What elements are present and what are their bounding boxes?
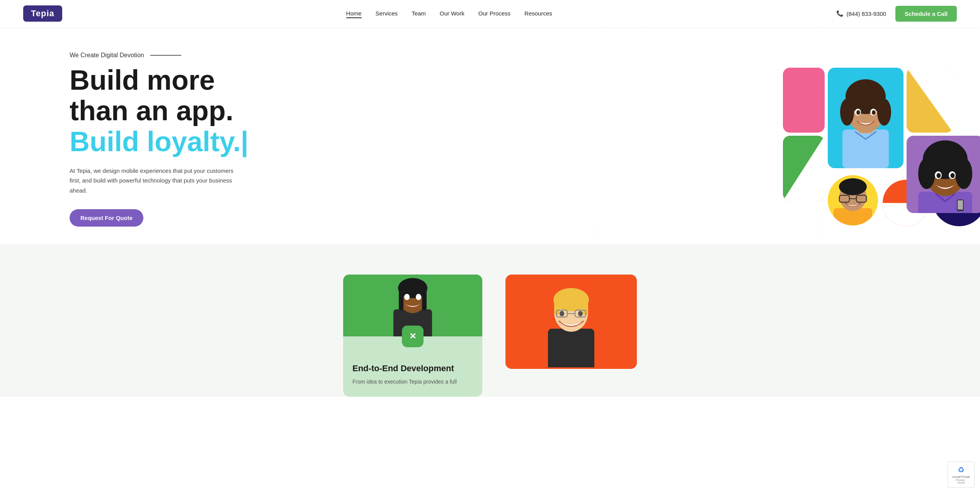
hero-title-line2: than an app. bbox=[70, 96, 248, 126]
svg-rect-35 bbox=[422, 289, 427, 310]
schedule-call-button[interactable]: Schedule a Call bbox=[895, 6, 957, 22]
svg-rect-39 bbox=[548, 329, 594, 367]
nav-links: Home Services Team Our Work Our Process … bbox=[346, 10, 552, 17]
collage-pink-block bbox=[783, 68, 825, 133]
hero-description: At Tepia, we design mobile experiences t… bbox=[70, 166, 240, 196]
woman-photo-svg bbox=[828, 68, 903, 168]
nav-link-home[interactable]: Home bbox=[346, 10, 362, 18]
orange-card bbox=[505, 275, 637, 369]
nav-item-ourwork[interactable]: Our Work bbox=[440, 10, 464, 17]
hero-collage bbox=[783, 68, 957, 211]
svg-point-8 bbox=[856, 110, 860, 115]
hero-section: We Create Digital Devotion Build more th… bbox=[0, 27, 980, 244]
svg-point-9 bbox=[872, 110, 876, 115]
phone-number: (844) 833-9300 bbox=[847, 10, 886, 17]
orange-card-person-svg bbox=[505, 275, 637, 367]
svg-point-48 bbox=[560, 311, 564, 316]
svg-point-4 bbox=[840, 99, 854, 126]
svg-point-49 bbox=[578, 311, 583, 316]
nav-item-team[interactable]: Team bbox=[412, 10, 426, 17]
svg-point-26 bbox=[951, 173, 955, 178]
nav-item-services[interactable]: Services bbox=[376, 10, 398, 17]
nav-item-ourprocess[interactable]: Our Process bbox=[478, 10, 510, 17]
nav-link-resources[interactable]: Resources bbox=[524, 10, 552, 17]
svg-point-21 bbox=[918, 158, 935, 189]
navbar: Tepia Home Services Team Our Work Our Pr… bbox=[0, 0, 980, 27]
yellow-triangle-cut bbox=[907, 68, 953, 133]
svg-rect-0 bbox=[842, 130, 889, 168]
collage-cyan-photo bbox=[828, 68, 903, 168]
collage-grid bbox=[783, 68, 957, 211]
green-card-content: ✕ End-to-End Development From idea to ex… bbox=[343, 336, 482, 397]
green-triangle-cut bbox=[783, 136, 825, 201]
svg-point-22 bbox=[955, 158, 972, 189]
hero-title-line1: Build more bbox=[70, 66, 248, 95]
green-card-icon: ✕ bbox=[402, 326, 424, 347]
green-card-container: ✕ End-to-End Development From idea to ex… bbox=[343, 275, 482, 397]
nav-item-resources[interactable]: Resources bbox=[524, 10, 552, 17]
svg-rect-28 bbox=[958, 200, 963, 210]
nav-link-team[interactable]: Team bbox=[412, 10, 426, 17]
nav-item-home[interactable]: Home bbox=[346, 10, 362, 17]
phone-icon: 📞 bbox=[836, 10, 844, 17]
green-card-desc: From idea to execution Tepia provides a … bbox=[352, 377, 473, 386]
svg-rect-34 bbox=[399, 289, 403, 310]
hero-title-line3: Build loyalty.| bbox=[70, 127, 248, 157]
logo[interactable]: Tepia bbox=[23, 5, 62, 22]
svg-point-13 bbox=[839, 178, 867, 195]
nav-link-ourprocess[interactable]: Our Process bbox=[478, 10, 510, 17]
hero-tagline: We Create Digital Devotion bbox=[70, 52, 248, 59]
phone-display[interactable]: 📞 (844) 833-9300 bbox=[836, 10, 886, 17]
man-circle-svg bbox=[828, 175, 878, 225]
woman2-photo-svg bbox=[907, 136, 980, 213]
nav-right: 📞 (844) 833-9300 Schedule a Call bbox=[836, 6, 957, 22]
collage-green-block bbox=[783, 136, 825, 201]
collage-purple-photo bbox=[907, 136, 980, 213]
svg-point-37 bbox=[416, 294, 421, 300]
nav-link-services[interactable]: Services bbox=[376, 10, 398, 17]
collage-yellow-block bbox=[907, 68, 953, 133]
request-quote-button[interactable]: Request For Quote bbox=[70, 209, 143, 227]
svg-point-5 bbox=[877, 99, 891, 126]
collage-person-circle bbox=[828, 175, 878, 225]
svg-point-36 bbox=[404, 294, 410, 300]
green-card-title: End-to-End Development bbox=[352, 363, 473, 374]
bottom-section: ✕ End-to-End Development From idea to ex… bbox=[0, 244, 980, 397]
svg-point-25 bbox=[937, 173, 941, 178]
nav-link-ourwork[interactable]: Our Work bbox=[440, 10, 464, 17]
hero-text: We Create Digital Devotion Build more th… bbox=[70, 52, 248, 227]
